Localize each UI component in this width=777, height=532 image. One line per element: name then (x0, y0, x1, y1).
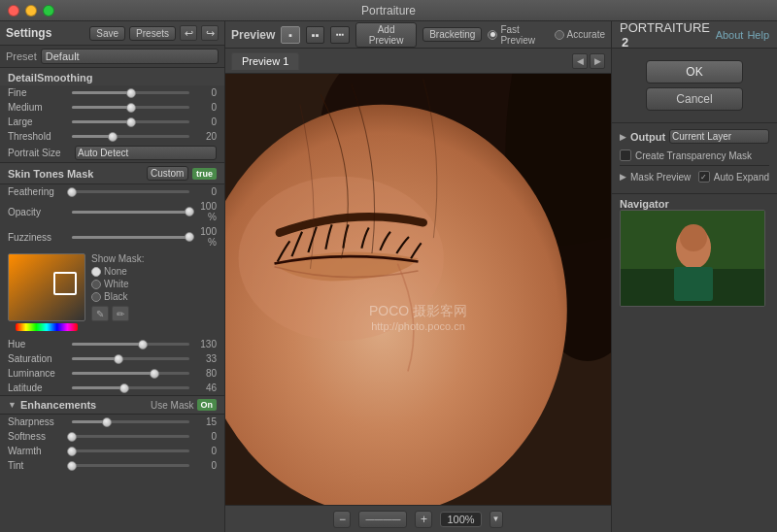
preview-toolbar: Preview ▪ ▪▪ ▪▪▪ Add Preview Bracketing … (225, 21, 611, 49)
warmth-slider[interactable] (72, 449, 189, 452)
skin-tones-on-badge[interactable]: true (192, 168, 217, 180)
preview-prev-btn[interactable]: ◀ (572, 53, 588, 69)
output-layer-select[interactable]: Current Layer (669, 129, 769, 144)
latitude-slider[interactable] (72, 386, 189, 389)
skin-tones-mask-header: Skin Tones Mask Custom true (0, 162, 224, 184)
settings-title: Settings (6, 26, 51, 40)
portraiture-num: 2 (622, 35, 628, 50)
view-triple-btn[interactable]: ▪▪▪ (330, 26, 350, 44)
latitude-label: Latitude (8, 382, 68, 393)
view-single-btn[interactable]: ▪ (281, 26, 300, 44)
preset-select[interactable]: Default (41, 49, 219, 64)
opacity-value: 100 % (193, 201, 217, 222)
fine-label: Fine (8, 87, 68, 98)
redo-button[interactable]: ↪ (201, 25, 219, 41)
accurate-radio[interactable] (555, 30, 564, 40)
zoom-fit-btn[interactable]: ———— (358, 511, 407, 528)
accurate-label: Accurate (567, 29, 605, 40)
medium-slider[interactable] (72, 106, 189, 109)
zoom-dropdown-btn[interactable]: ▼ (490, 511, 503, 528)
sharpness-label: Sharpness (8, 416, 68, 427)
panel-header-buttons: Save Presets ↩ ↪ (89, 25, 219, 41)
about-link[interactable]: About (716, 29, 744, 41)
portraiture-rest: ORTRAITURE (628, 20, 710, 35)
opacity-slider[interactable] (72, 211, 189, 214)
create-transparency-label: Create Transparency Mask (635, 150, 752, 161)
ok-button[interactable]: OK (646, 60, 743, 83)
maximize-button[interactable] (43, 5, 54, 17)
minimize-button[interactable] (25, 5, 37, 17)
show-mask-black[interactable]: Black (91, 291, 144, 302)
auto-expand-label: Auto Expand (714, 172, 769, 183)
radio-black-label: Black (104, 291, 127, 302)
save-button[interactable]: Save (89, 26, 125, 41)
zoom-level[interactable]: 100% (440, 512, 481, 527)
radio-black-dot[interactable] (91, 292, 101, 302)
fine-slider[interactable] (72, 91, 189, 94)
auto-expand-checkbox[interactable]: ✓ (698, 171, 710, 183)
preview-next-btn[interactable]: ▶ (590, 53, 605, 69)
portrait-size-select[interactable]: Auto Detect (75, 146, 217, 160)
use-mask-row: Use Mask On (151, 399, 217, 411)
undo-button[interactable]: ↩ (180, 25, 197, 41)
preview-image (225, 74, 611, 505)
fuzziness-slider[interactable] (72, 236, 189, 239)
navigator-thumbnail[interactable] (620, 210, 765, 307)
zoom-in-btn[interactable]: + (415, 511, 432, 528)
feathering-slider[interactable] (72, 190, 189, 193)
radio-none-dot[interactable] (91, 267, 101, 277)
show-mask-area: Show Mask: None White Black ✎ (91, 253, 144, 321)
preview-nav: ◀ ▶ (572, 53, 605, 69)
presets-button[interactable]: Presets (129, 26, 176, 41)
show-mask-none[interactable]: None (91, 266, 144, 277)
color-gradient-box[interactable] (8, 253, 85, 333)
mask-preview-label: Mask Preview (630, 172, 691, 183)
close-button[interactable] (8, 5, 19, 17)
help-link[interactable]: Help (747, 29, 769, 41)
show-mask-white[interactable]: White (91, 279, 144, 289)
bracketing-button[interactable]: Bracketing (422, 27, 482, 42)
preview-tab-1[interactable]: Preview 1 (231, 52, 299, 70)
saturation-label: Saturation (8, 353, 68, 364)
zoom-out-btn[interactable]: − (333, 511, 351, 528)
large-slider[interactable] (72, 120, 189, 123)
large-row: Large 0 (0, 115, 224, 129)
saturation-row: Saturation 33 (0, 351, 224, 366)
view-dual-btn[interactable]: ▪▪ (306, 26, 325, 44)
softness-slider[interactable] (72, 435, 189, 438)
threshold-slider[interactable] (72, 135, 189, 138)
cancel-button[interactable]: Cancel (646, 87, 743, 111)
titlebar-buttons (8, 5, 54, 17)
enhancements-header: ▼ Enhancements Use Mask On (0, 395, 224, 415)
feathering-label: Feathering (8, 186, 68, 197)
radio-none-label: None (104, 266, 127, 277)
radio-white-label: White (104, 279, 129, 289)
preview-label: Preview (231, 28, 275, 42)
tint-label: Tint (8, 460, 68, 471)
tint-slider[interactable] (72, 464, 189, 467)
output-triangle: ▶ (620, 132, 626, 142)
fast-preview-option[interactable]: Fast Preview (488, 24, 548, 46)
create-transparency-checkbox[interactable] (620, 150, 631, 161)
luminance-slider[interactable] (72, 372, 189, 375)
navigator-section: Navigator (612, 193, 777, 311)
eyedropper-remove-btn[interactable]: ✏ (112, 306, 129, 321)
hue-bar[interactable] (16, 323, 78, 331)
enhancements-on-badge[interactable]: On (197, 399, 218, 411)
titlebar: Portraiture (0, 0, 777, 21)
fast-preview-radio[interactable] (488, 30, 497, 40)
portraiture-brand-text: P (620, 20, 628, 35)
fast-preview-label: Fast Preview (500, 24, 548, 46)
radio-white-dot[interactable] (91, 280, 101, 289)
accurate-option[interactable]: Accurate (555, 29, 605, 40)
hue-slider[interactable] (72, 343, 189, 346)
medium-row: Medium 0 (0, 100, 224, 115)
eyedropper-add-btn[interactable]: ✎ (91, 306, 109, 321)
sharpness-slider[interactable] (72, 420, 189, 423)
skin-tones-mode-select[interactable]: Custom (147, 166, 188, 181)
auto-expand-row: ✓ Auto Expand (698, 169, 769, 184)
saturation-slider[interactable] (72, 357, 189, 360)
right-top-bar: PORTRAITURE 2 About Help (612, 21, 777, 49)
hue-value: 130 (193, 339, 217, 349)
add-preview-button[interactable]: Add Preview (355, 22, 417, 48)
